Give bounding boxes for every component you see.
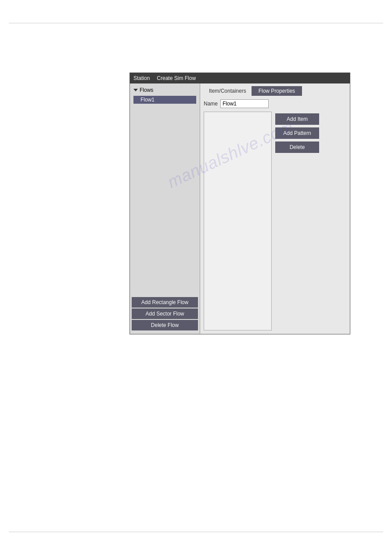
bottom-line	[9, 532, 383, 532]
title-bar: Station Create Sim Flow	[130, 73, 350, 83]
name-input[interactable]	[220, 99, 269, 108]
add-pattern-button[interactable]: Add Pattern	[275, 127, 319, 139]
left-buttons: Add Rectangle Flow Add Sector Flow Delet…	[130, 295, 200, 332]
flows-label: Flows	[140, 87, 153, 93]
action-buttons: Add Item Add Pattern Delete	[275, 112, 319, 330]
content-row: Add Item Add Pattern Delete	[200, 110, 350, 334]
add-item-button[interactable]: Add Item	[275, 113, 319, 125]
main-window: Station Create Sim Flow Flows Flow1 Add …	[129, 73, 350, 334]
tabs-row: Item/Containers Flow Properties	[200, 83, 350, 96]
items-box	[204, 112, 272, 330]
left-panel-spacer	[130, 105, 200, 295]
top-line	[9, 23, 383, 23]
menu-station[interactable]: Station	[133, 75, 150, 81]
add-sector-flow-button[interactable]: Add Sector Flow	[132, 308, 198, 319]
right-panel: Item/Containers Flow Properties Name Add…	[200, 83, 350, 334]
left-panel: Flows Flow1 Add Rectangle Flow Add Secto…	[130, 83, 200, 334]
delete-button[interactable]: Delete	[275, 141, 319, 153]
name-row: Name	[200, 96, 350, 110]
menu-create-sim-flow[interactable]: Create Sim Flow	[157, 75, 196, 81]
flows-header: Flows	[130, 85, 200, 95]
flow-item-flow1[interactable]: Flow1	[133, 96, 196, 104]
content-area: Flows Flow1 Add Rectangle Flow Add Secto…	[130, 83, 350, 334]
expand-icon	[133, 89, 138, 91]
delete-flow-button[interactable]: Delete Flow	[132, 320, 198, 330]
name-label: Name	[204, 101, 218, 107]
add-rectangle-flow-button[interactable]: Add Rectangle Flow	[132, 297, 198, 308]
tab-item-containers[interactable]: Item/Containers	[204, 86, 252, 96]
tab-flow-properties[interactable]: Flow Properties	[252, 86, 302, 96]
